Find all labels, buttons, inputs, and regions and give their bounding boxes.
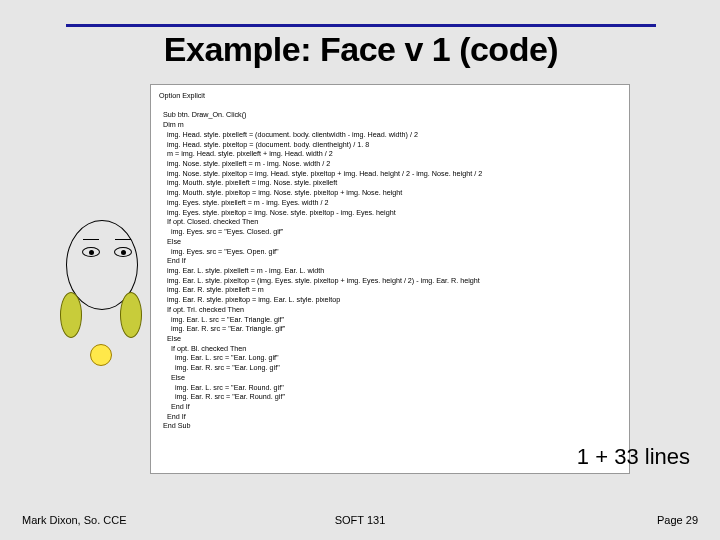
ear-right-shape [120,292,142,338]
slide-root: Example: Face v 1 (code) Option Explicit… [0,0,720,540]
footer-course: SOFT 131 [0,514,720,526]
eyebrow-left [83,239,99,240]
eyebrow-right [115,239,131,240]
eye-right [114,247,132,257]
slide-title: Example: Face v 1 (code) [66,30,656,69]
footer-page: Page 29 [657,514,698,526]
code-block: Option Explicit Sub btn. Draw_On. Click(… [150,84,630,474]
ear-left-shape [60,292,82,338]
title-rule [66,24,656,27]
pupil-right [121,250,126,255]
eye-left [82,247,100,257]
line-count-note: 1 + 33 lines [577,444,690,470]
pupil-left [89,250,94,255]
footer: Mark Dixon, So. CCE SOFT 131 Page 29 [0,514,720,530]
code-text: Option Explicit Sub btn. Draw_On. Click(… [159,91,621,431]
face-diagram [62,220,142,360]
nose-shape [90,344,112,366]
